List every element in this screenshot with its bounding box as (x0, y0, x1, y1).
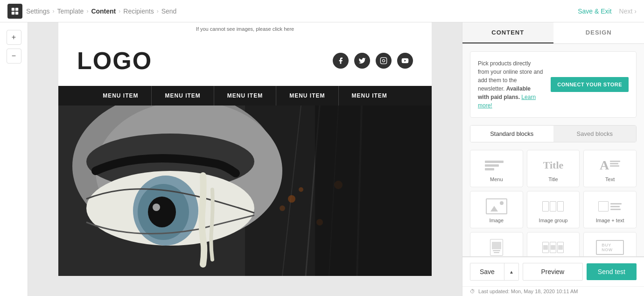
tab-saved-blocks[interactable]: Saved blocks (553, 126, 637, 142)
last-updated: ⏱ Last updated: Mon, May 18, 2020 10:11 … (462, 286, 644, 296)
email-header: LOGO (58, 35, 432, 86)
breadcrumb-template[interactable]: Template (57, 7, 84, 15)
block-title-label: Title (548, 176, 558, 182)
zoom-out-button[interactable]: − (7, 49, 21, 63)
featured-product-block-icon (483, 239, 511, 256)
bottom-toolbar: Save ▲ Preview Send test (462, 257, 644, 286)
image-group-block-icon (539, 198, 567, 215)
svg-point-24 (280, 205, 285, 211)
block-menu-label: Menu (490, 176, 503, 182)
email-hero-image (58, 106, 432, 276)
twitter-icon (354, 53, 370, 69)
text-block-icon: A (596, 157, 624, 174)
instagram-icon (376, 53, 392, 69)
tab-content[interactable]: CONTENT (462, 22, 553, 43)
svg-rect-4 (380, 57, 386, 63)
store-description: Pick products directly from your online … (478, 59, 543, 110)
block-image-label: Image (490, 218, 504, 223)
block-button[interactable]: BUY NOW Button (583, 232, 637, 256)
svg-point-22 (288, 195, 295, 203)
canvas-area[interactable]: If you cannot see images, please click h… (28, 22, 462, 296)
image-text-block-icon (596, 198, 624, 215)
breadcrumb-sep-4: › (157, 8, 159, 14)
email-top-bar: If you cannot see images, please click h… (58, 22, 432, 35)
block-featured-product[interactable]: Featured product (470, 232, 523, 256)
svg-rect-3 (15, 11, 18, 14)
header: Settings › Template › Content › Recipien… (0, 0, 644, 22)
facebook-icon (333, 53, 349, 69)
header-left: Settings › Template › Content › Recipien… (7, 4, 176, 19)
button-block-icon: BUY NOW (596, 239, 624, 256)
panel-tabs: CONTENT DESIGN (462, 22, 644, 44)
breadcrumb-sep-1: › (53, 8, 55, 14)
breadcrumb-send[interactable]: Send (161, 7, 177, 15)
product-listing-block-icon (539, 239, 567, 256)
send-test-button[interactable]: Send test (587, 263, 637, 280)
social-icons (333, 53, 413, 69)
menu-item-2: MENU ITEM (152, 86, 214, 106)
title-block-icon: Title (539, 157, 567, 174)
block-tabs: Standard blocks Saved blocks (470, 125, 637, 142)
breadcrumb-settings[interactable]: Settings (26, 7, 50, 15)
logo: LOGO (77, 47, 152, 75)
email-preview: If you cannot see images, please click h… (58, 22, 432, 276)
zoom-in-button[interactable]: + (7, 30, 21, 45)
header-right: Save & Exit Next › (578, 7, 637, 15)
email-menu: MENU ITEM MENU ITEM MENU ITEM MENU ITEM … (58, 86, 432, 106)
svg-point-23 (299, 187, 303, 192)
save-group: Save ▲ (470, 263, 519, 281)
breadcrumb-recipients[interactable]: Recipients (123, 7, 154, 15)
block-product-listing[interactable]: Product listing (527, 232, 580, 256)
svg-point-21 (153, 204, 160, 211)
block-text-label: Text (605, 176, 615, 182)
clock-icon: ⏱ (470, 289, 475, 294)
preview-button[interactable]: Preview (523, 263, 583, 281)
image-block-icon (483, 198, 511, 215)
menu-item-1: MENU ITEM (90, 86, 152, 106)
block-title[interactable]: Title Title (527, 150, 580, 187)
save-button[interactable]: Save (470, 263, 504, 280)
block-image-group-label: Image group (539, 218, 568, 223)
block-image-text-label: Image + text (596, 218, 624, 223)
svg-rect-0 (12, 7, 14, 10)
block-image[interactable]: Image (470, 191, 523, 228)
left-panel: + − (0, 22, 28, 296)
menu-item-5: MENU ITEM (339, 86, 400, 106)
breadcrumb: Settings › Template › Content › Recipien… (26, 7, 176, 15)
tab-design[interactable]: DESIGN (553, 22, 644, 43)
svg-rect-27 (315, 106, 432, 276)
save-exit-button[interactable]: Save & Exit (578, 7, 611, 15)
svg-rect-2 (12, 11, 14, 14)
next-button[interactable]: Next › (619, 7, 637, 15)
svg-rect-1 (15, 7, 18, 10)
breadcrumb-content[interactable]: Content (91, 7, 116, 15)
menu-item-3: MENU ITEM (214, 86, 276, 106)
save-dropdown-button[interactable]: ▲ (504, 263, 518, 280)
connect-store-button[interactable]: CONNECT YOUR STORE (551, 77, 629, 92)
breadcrumb-sep-2: › (86, 8, 88, 14)
youtube-icon (397, 53, 413, 69)
breadcrumb-sep-3: › (119, 8, 120, 14)
tab-standard-blocks[interactable]: Standard blocks (470, 126, 553, 142)
menu-block-icon (483, 157, 511, 174)
block-image-text[interactable]: Image + text (583, 191, 637, 228)
app-logo (7, 4, 22, 19)
svg-point-20 (148, 197, 176, 227)
block-image-group[interactable]: Image group (527, 191, 580, 228)
menu-item-4: MENU ITEM (276, 86, 338, 106)
main-layout: + − If you cannot see images, please cli… (0, 22, 644, 296)
right-panel: CONTENT DESIGN Pick products directly fr… (462, 22, 644, 296)
panel-body: Pick products directly from your online … (462, 44, 644, 256)
store-section: Pick products directly from your online … (470, 51, 637, 118)
email-canvas: If you cannot see images, please click h… (28, 22, 462, 276)
block-text[interactable]: A Text (583, 150, 637, 187)
block-grid: Menu Title Title A (470, 150, 637, 256)
block-menu[interactable]: Menu (470, 150, 523, 187)
